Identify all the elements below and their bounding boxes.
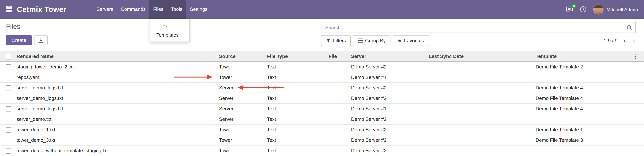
- cell-file-type: Text: [267, 62, 328, 72]
- create-button[interactable]: Create: [6, 35, 32, 45]
- download-icon: [38, 38, 44, 43]
- page-title: Files: [6, 23, 48, 31]
- cell-template: [536, 145, 633, 156]
- cell-source: Server: [219, 103, 267, 114]
- menu-tools[interactable]: Tools: [167, 0, 186, 19]
- table-row[interactable]: server_demo_logs.txt Server Text Demo Se…: [0, 93, 644, 103]
- table-row[interactable]: tower_demo_3.txt Tower Text Demo Server …: [0, 135, 644, 145]
- cell-file: [328, 93, 351, 103]
- search-options-row: Filters Group By ★ Favorites 1-9 / 9: [321, 35, 636, 46]
- cell-file-type: Text: [267, 82, 328, 93]
- column-header-source[interactable]: Source: [219, 51, 267, 62]
- menu-settings[interactable]: Settings: [186, 0, 211, 19]
- table-row[interactable]: repos.yaml Tower Text Demo Server #1: [0, 72, 644, 82]
- row-checkbox[interactable]: [6, 75, 11, 80]
- cell-server: Demo Server #2: [351, 135, 429, 145]
- favorites-button[interactable]: ★ Favorites: [393, 35, 429, 46]
- menu-files[interactable]: Files: [150, 0, 167, 19]
- dropdown-item-templates[interactable]: Templates: [150, 30, 190, 40]
- cell-file: [328, 103, 351, 114]
- cell-last-sync-date: [429, 135, 536, 145]
- menu-commands[interactable]: Commands: [117, 0, 150, 19]
- cell-file: [328, 82, 351, 93]
- user-avatar: [593, 4, 604, 14]
- cell-file-type: Text: [267, 145, 328, 156]
- cell-server: Demo Server #2: [351, 62, 429, 72]
- column-header-server[interactable]: Server: [351, 51, 429, 62]
- pager-previous-button[interactable]: ‹: [623, 37, 627, 44]
- table-row[interactable]: tower_demo_without_template_staging.txt …: [0, 145, 644, 156]
- cell-rendered-name: tower_demo_without_template_staging.txt: [16, 145, 219, 156]
- files-table: Rendered Name Source File Type File Serv…: [0, 51, 644, 156]
- menu-servers[interactable]: Servers: [93, 0, 117, 19]
- cell-rendered-name: repos.yaml: [16, 72, 219, 82]
- table-row[interactable]: server_demo.txt Server Text Demo Server …: [0, 114, 644, 124]
- cell-last-sync-date: [429, 82, 536, 93]
- table-header-row: Rendered Name Source File Type File Serv…: [0, 51, 644, 62]
- cell-rendered-name: tower_demo_3.txt: [16, 135, 219, 145]
- row-checkbox[interactable]: [6, 64, 11, 70]
- table-row[interactable]: server_demo_logs.txt Server Text Demo Se…: [0, 103, 644, 114]
- row-checkbox[interactable]: [6, 106, 11, 112]
- cell-file-type: Text: [267, 103, 328, 114]
- cell-template: [536, 72, 633, 82]
- star-icon: ★: [398, 38, 402, 43]
- search-box: [321, 22, 636, 33]
- filters-button[interactable]: Filters: [321, 35, 351, 46]
- dropdown-item-files[interactable]: Files: [150, 21, 190, 30]
- row-checkbox[interactable]: [6, 138, 11, 143]
- column-header-file-type[interactable]: File Type: [267, 51, 328, 62]
- cell-last-sync-date: [429, 103, 536, 114]
- cell-last-sync-date: [429, 145, 536, 156]
- cell-rendered-name: server_demo.txt: [16, 114, 219, 124]
- export-button[interactable]: [34, 35, 48, 45]
- cell-file: [328, 145, 351, 156]
- select-all-checkbox[interactable]: [6, 54, 11, 59]
- column-header-template[interactable]: Template: [536, 51, 633, 62]
- group-by-button[interactable]: Group By: [353, 35, 391, 46]
- row-checkbox[interactable]: [6, 85, 11, 91]
- files-dropdown-menu: Files Templates: [150, 19, 190, 42]
- table-row[interactable]: tower_demo_1.txt Tower Text Demo Server …: [0, 124, 644, 135]
- pager-value[interactable]: 1-9 / 9: [604, 38, 618, 43]
- column-header-last-sync-date[interactable]: Last Sync Date: [429, 51, 536, 62]
- cell-file: [328, 124, 351, 135]
- search-icon[interactable]: [626, 25, 632, 32]
- user-name: Mitchell Admin: [606, 6, 638, 12]
- apps-menu-icon[interactable]: [6, 6, 12, 12]
- app-brand[interactable]: Cetmix Tower: [17, 5, 66, 14]
- cell-template: Demo File Template 3: [536, 135, 633, 145]
- cell-server: Demo Server #1: [351, 103, 429, 114]
- pager: 1-9 / 9 ‹ ›: [604, 37, 636, 44]
- table-row[interactable]: server_demo_logs.txt Server Text Demo Se…: [0, 82, 644, 93]
- cell-rendered-name: tower_demo_1.txt: [16, 124, 219, 135]
- row-checkbox[interactable]: [6, 127, 11, 133]
- column-header-rendered-name[interactable]: Rendered Name: [16, 51, 219, 62]
- cell-file: [328, 72, 351, 82]
- cell-source: Tower: [219, 124, 267, 135]
- search-input[interactable]: [322, 22, 635, 33]
- table-row[interactable]: staging_tower_demo_2.txt Tower Text Demo…: [0, 62, 644, 72]
- column-header-file[interactable]: File: [328, 51, 351, 62]
- activities-icon[interactable]: [580, 6, 586, 13]
- row-checkbox[interactable]: [6, 96, 11, 101]
- cell-rendered-name: staging_tower_demo_2.txt: [16, 62, 219, 72]
- cell-server: Demo Server #2: [351, 82, 429, 93]
- cell-rendered-name: server_demo_logs.txt: [16, 82, 219, 93]
- control-panel: Files Create: [0, 19, 644, 51]
- cell-source: Server: [219, 114, 267, 124]
- user-menu[interactable]: Mitchell Admin: [593, 4, 638, 14]
- pager-next-button[interactable]: ›: [632, 37, 636, 44]
- action-buttons: Create: [6, 35, 48, 45]
- bars-icon: [358, 39, 363, 43]
- cell-source: Tower: [219, 145, 267, 156]
- cell-last-sync-date: [429, 72, 536, 82]
- row-checkbox[interactable]: [6, 117, 11, 122]
- cell-template: Demo File Template 1: [536, 124, 633, 135]
- cell-last-sync-date: [429, 114, 536, 124]
- row-checkbox[interactable]: [6, 148, 11, 154]
- cell-server: Demo Server #1: [351, 72, 429, 82]
- messages-icon[interactable]: 4: [566, 6, 573, 13]
- optional-columns-icon[interactable]: ⋮: [633, 53, 638, 59]
- top-navbar: Cetmix Tower Servers Commands Files Tool…: [0, 0, 644, 19]
